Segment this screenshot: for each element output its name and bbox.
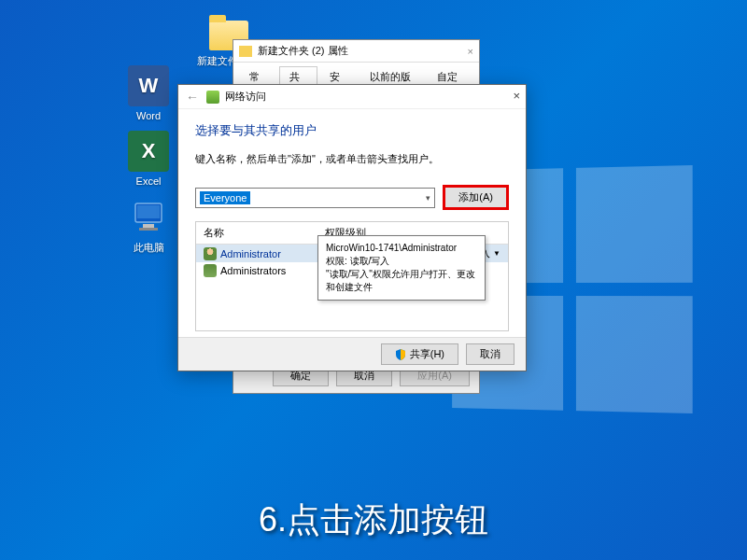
group-icon xyxy=(204,264,217,277)
shield-icon xyxy=(395,349,406,360)
pc-icon xyxy=(128,196,169,237)
word-label: Word xyxy=(116,110,181,121)
add-button[interactable]: 添加(A) xyxy=(443,185,509,210)
network-access-dialog: ← 网络访问 × 选择要与其共享的用户 键入名称，然后单击"添加"，或者单击箭头… xyxy=(177,84,527,371)
network-icon xyxy=(206,91,219,104)
combo-value: Everyone xyxy=(200,191,250,204)
svg-rect-2 xyxy=(143,224,154,228)
col-name-header[interactable]: 名称 xyxy=(196,222,317,244)
tooltip-line: "读取/写入"权限允许用户打开、更改和创建文件 xyxy=(326,268,477,294)
dialog-footer: 共享(H) 取消 xyxy=(178,337,526,371)
dialog-subtext: 键入名称，然后单击"添加"，或者单击箭头查找用户。 xyxy=(195,152,509,166)
tooltip: MicroWin10-1741\Administrator 权限: 读取/写入 … xyxy=(317,235,486,301)
tutorial-caption: 6.点击添加按钮 xyxy=(0,497,747,543)
excel-label: Excel xyxy=(116,175,181,187)
back-icon[interactable]: ← xyxy=(186,90,199,105)
word-icon: W xyxy=(128,65,169,106)
svg-rect-3 xyxy=(139,228,158,231)
close-icon[interactable]: × xyxy=(468,46,473,57)
properties-title: 新建文件夹 (2) 属性 xyxy=(258,44,348,58)
svg-rect-1 xyxy=(137,205,160,218)
row-name: Administrators xyxy=(220,265,286,276)
user-icon xyxy=(204,247,217,260)
chevron-down-icon[interactable]: ▾ xyxy=(426,193,430,203)
tooltip-line: MicroWin10-1741\Administrator xyxy=(326,242,477,255)
share-button[interactable]: 共享(H) xyxy=(381,343,458,365)
dialog-title: 网络访问 xyxy=(225,90,266,104)
pc-label: 此电脑 xyxy=(116,241,181,255)
chevron-down-icon: ▼ xyxy=(493,249,500,258)
excel-icon: X xyxy=(128,131,169,172)
row-name: Administrator xyxy=(220,248,281,259)
cancel-button[interactable]: 取消 xyxy=(466,343,514,365)
close-icon[interactable]: × xyxy=(513,89,520,103)
folder-icon xyxy=(239,46,252,57)
dialog-header: ← 网络访问 xyxy=(178,85,526,109)
desktop-excel[interactable]: X Excel xyxy=(116,131,181,187)
properties-titlebar[interactable]: 新建文件夹 (2) 属性 × xyxy=(233,40,479,63)
user-combobox[interactable]: Everyone ▾ xyxy=(195,188,435,208)
tooltip-line: 权限: 读取/写入 xyxy=(326,255,477,268)
desktop-word[interactable]: W Word xyxy=(116,65,181,121)
desktop-this-pc[interactable]: 此电脑 xyxy=(116,196,181,255)
dialog-heading: 选择要与其共享的用户 xyxy=(195,122,509,139)
